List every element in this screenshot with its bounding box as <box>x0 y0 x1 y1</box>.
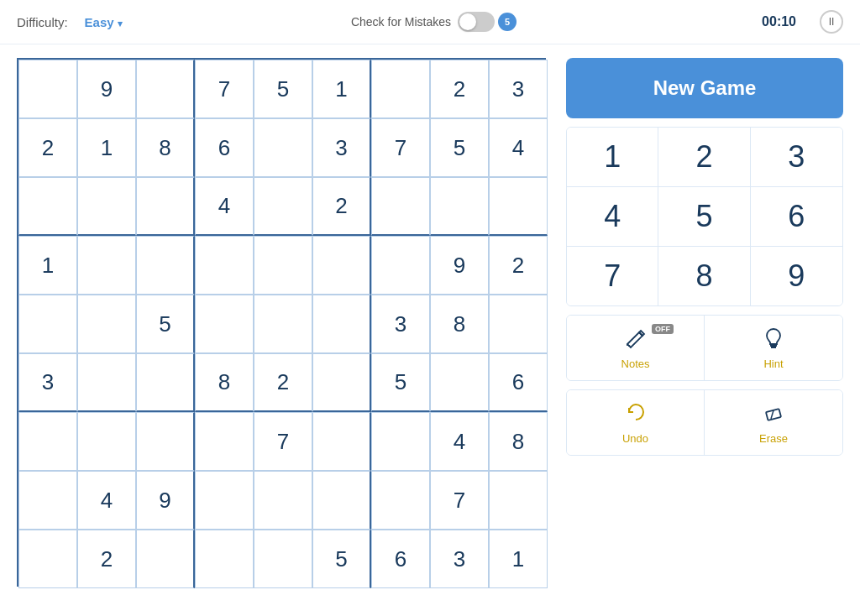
undo-button[interactable]: Undo <box>567 390 705 455</box>
cell[interactable] <box>77 412 136 471</box>
cell[interactable] <box>254 530 312 588</box>
cell[interactable] <box>136 60 195 118</box>
cell[interactable] <box>371 177 430 236</box>
cell[interactable] <box>18 471 77 530</box>
new-game-button[interactable]: New Game <box>566 58 843 118</box>
cell[interactable]: 9 <box>430 236 489 295</box>
cell[interactable] <box>254 471 312 530</box>
notes-button[interactable]: OFF Notes <box>567 316 705 380</box>
cell[interactable]: 4 <box>77 471 136 530</box>
cell[interactable]: 1 <box>312 60 371 118</box>
cell[interactable] <box>77 236 136 295</box>
cell[interactable]: 4 <box>430 412 489 471</box>
cell[interactable]: 3 <box>18 353 77 412</box>
cell[interactable]: 2 <box>489 236 548 295</box>
cell[interactable] <box>430 177 489 236</box>
cell[interactable]: 1 <box>77 118 136 177</box>
cell[interactable]: 2 <box>312 177 371 236</box>
hint-button[interactable]: Hint <box>705 316 842 380</box>
cell[interactable] <box>77 177 136 236</box>
cell[interactable]: 7 <box>371 118 430 177</box>
cell[interactable] <box>136 353 195 412</box>
cell[interactable] <box>312 353 371 412</box>
cell[interactable] <box>371 412 430 471</box>
cell[interactable] <box>18 295 77 353</box>
cell[interactable]: 6 <box>195 118 254 177</box>
cell[interactable]: 9 <box>77 60 136 118</box>
cell[interactable]: 2 <box>18 118 77 177</box>
cell[interactable]: 7 <box>254 412 312 471</box>
num-btn-6[interactable]: 6 <box>751 187 842 247</box>
cell[interactable]: 5 <box>254 60 312 118</box>
cell[interactable]: 3 <box>489 60 548 118</box>
number-pad: 123456789 <box>566 127 843 306</box>
cell[interactable] <box>312 412 371 471</box>
cell[interactable] <box>489 177 548 236</box>
cell[interactable]: 8 <box>195 353 254 412</box>
cell[interactable]: 2 <box>254 353 312 412</box>
cell[interactable] <box>254 295 312 353</box>
cell[interactable] <box>312 295 371 353</box>
cell[interactable] <box>136 530 195 588</box>
cell[interactable] <box>18 177 77 236</box>
cell[interactable] <box>18 412 77 471</box>
num-btn-7[interactable]: 7 <box>567 247 658 305</box>
cell[interactable]: 1 <box>489 530 548 588</box>
cell[interactable] <box>254 177 312 236</box>
cell[interactable] <box>136 236 195 295</box>
cell[interactable]: 8 <box>489 412 548 471</box>
cell[interactable] <box>489 471 548 530</box>
check-mistakes-toggle[interactable]: 5 <box>458 12 517 32</box>
cell[interactable]: 5 <box>430 118 489 177</box>
cell[interactable] <box>312 236 371 295</box>
cell[interactable]: 9 <box>136 471 195 530</box>
cell[interactable]: 5 <box>371 353 430 412</box>
cell[interactable]: 2 <box>430 60 489 118</box>
cell[interactable]: 7 <box>195 60 254 118</box>
num-btn-8[interactable]: 8 <box>658 247 750 305</box>
cell[interactable] <box>77 353 136 412</box>
num-btn-3[interactable]: 3 <box>751 128 842 187</box>
cell[interactable] <box>195 471 254 530</box>
cell[interactable]: 4 <box>489 118 548 177</box>
cell[interactable] <box>371 60 430 118</box>
cell[interactable] <box>489 295 548 353</box>
cell[interactable] <box>254 236 312 295</box>
cell[interactable] <box>254 118 312 177</box>
num-btn-1[interactable]: 1 <box>567 128 658 187</box>
pause-button[interactable]: II <box>820 10 843 34</box>
cell[interactable]: 1 <box>18 236 77 295</box>
erase-button[interactable]: Erase <box>705 390 842 455</box>
cell[interactable]: 3 <box>430 530 489 588</box>
cell[interactable]: 3 <box>371 295 430 353</box>
cell[interactable]: 6 <box>489 353 548 412</box>
cell[interactable]: 3 <box>312 118 371 177</box>
num-btn-4[interactable]: 4 <box>567 187 658 247</box>
num-btn-5[interactable]: 5 <box>658 187 750 247</box>
cell[interactable]: 5 <box>312 530 371 588</box>
cell[interactable]: 4 <box>195 177 254 236</box>
cell[interactable]: 2 <box>77 530 136 588</box>
cell[interactable] <box>312 471 371 530</box>
cell[interactable] <box>18 60 77 118</box>
cell[interactable] <box>195 412 254 471</box>
cell[interactable]: 7 <box>430 471 489 530</box>
cell[interactable] <box>371 471 430 530</box>
cell[interactable] <box>77 295 136 353</box>
cell[interactable]: 5 <box>136 295 195 353</box>
cell[interactable]: 8 <box>136 118 195 177</box>
toggle-track[interactable] <box>458 12 495 32</box>
cell[interactable] <box>371 236 430 295</box>
difficulty-selector[interactable]: Easy ▾ <box>85 15 123 29</box>
cell[interactable] <box>430 353 489 412</box>
cell[interactable] <box>195 295 254 353</box>
cell[interactable] <box>136 177 195 236</box>
cell[interactable] <box>136 412 195 471</box>
cell[interactable]: 8 <box>430 295 489 353</box>
num-btn-2[interactable]: 2 <box>658 128 750 187</box>
num-btn-9[interactable]: 9 <box>751 247 842 305</box>
cell[interactable] <box>195 530 254 588</box>
cell[interactable] <box>18 530 77 588</box>
cell[interactable]: 6 <box>371 530 430 588</box>
cell[interactable] <box>195 236 254 295</box>
